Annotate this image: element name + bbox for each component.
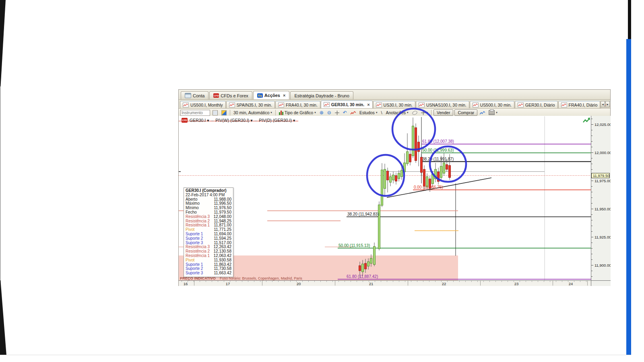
legend-item[interactable]: PIV(W) (GER30.I) ▾ (215, 118, 252, 123)
y-axis-label: 11,950.00 (594, 207, 611, 211)
studies-icon-button[interactable] (349, 109, 357, 116)
module-tab-bar: ContaCFDCFDs e ForexEqAcções×Estratégia … (179, 90, 610, 100)
crosshair-dropdown[interactable]: ▾ (420, 109, 429, 116)
chart-tab-us500-i-30-min-[interactable]: US500.I, 30 min. (470, 101, 514, 108)
legend-item[interactable]: GER30.I ▾ (190, 118, 209, 123)
draw-line-button[interactable]: \ (380, 109, 383, 116)
x-axis-minor-tick (302, 281, 303, 282)
chart-icon (376, 103, 382, 107)
candle (418, 142, 420, 152)
y-axis-tick (591, 237, 593, 237)
studies-dropdown[interactable]: Estudos▾ (358, 109, 378, 116)
y-axis-tick (591, 214, 592, 215)
chart-tab-fra40-i-30-min-[interactable]: FRA40.I, 30 min. (275, 101, 320, 108)
pan-button[interactable] (334, 109, 341, 116)
x-axis-label: 17 (226, 282, 230, 286)
tab-label: FRA40.I, Diário (569, 103, 598, 107)
tab-scroll-left-button[interactable]: ◂ (601, 101, 605, 107)
x-axis-label: 23 (514, 282, 519, 286)
chart-icon (229, 103, 235, 107)
chevron-down-icon: ▾ (427, 111, 428, 114)
tab-label: FRA40.I, 30 min. (286, 103, 318, 107)
time-axis[interactable]: 16172021222324 (179, 280, 610, 286)
candle (407, 152, 409, 164)
chart-tab-us500-i-monthly[interactable]: US500.I, Monthly (180, 101, 226, 108)
y-axis-tick (591, 147, 592, 147)
y-axis-tick (591, 231, 592, 232)
price-axis[interactable]: 11,979.50 12,025.0012,000.0011,975.0011,… (591, 116, 611, 280)
fib-level-label: 61.80 (11,887.42) (347, 274, 378, 279)
candle (370, 258, 372, 263)
x-axis-minor-tick (248, 281, 248, 282)
module-tab-ac-es[interactable]: EqAcções× (253, 91, 290, 99)
chart-type-dropdown[interactable]: Tipo de Gráfico▾ (278, 109, 317, 116)
export-chart-button[interactable] (479, 109, 486, 116)
toolbar-separator (230, 110, 230, 115)
chart-tab-us30-i-30-min-[interactable]: US30.I, 30 min. (373, 101, 415, 108)
zoom-out-button[interactable]: ⊖ (326, 109, 332, 116)
chart-wizard-button[interactable] (220, 109, 228, 116)
chart-legend: CFDGER30.I ▾–PIV(W) (GER30.I) ▾–PIV(D) (… (182, 118, 295, 123)
buy-button[interactable]: Comprar (454, 109, 477, 116)
timeframe-dropdown[interactable]: 30 min, Automático▾ (232, 109, 273, 116)
x-axis-minor-tick (278, 281, 279, 282)
annotations-dropdown[interactable]: Anotações▾ (384, 109, 409, 116)
candle (362, 264, 364, 272)
x-axis-minor-tick (260, 281, 260, 282)
tooltip-rows: Aberto11,988.00Máximo11,996.50Mínimo11,9… (186, 197, 231, 276)
close-icon[interactable]: × (367, 103, 369, 107)
module-tab-cfds-e-forex[interactable]: CFDCFDs e Forex (209, 91, 252, 99)
undo-button[interactable]: ↶ (342, 109, 348, 116)
x-axis-label: 24 (569, 282, 573, 286)
tab-scroll-right-button[interactable]: ▸ (605, 101, 610, 107)
candle (384, 169, 386, 189)
x-axis-minor-tick (574, 281, 574, 282)
chart-tab-fra40-i-di-rio[interactable]: FRA40.I, Diário (558, 101, 601, 108)
x-axis-minor-tick (182, 281, 182, 282)
tab-label: GER30.I, Diário (525, 103, 555, 107)
x-axis-separator (587, 281, 588, 286)
x-axis-separator (194, 281, 194, 286)
x-axis-minor-tick (465, 281, 466, 282)
x-axis-minor-tick (447, 281, 448, 282)
price-chart[interactable]: 61.80 (12,007.38)50.00 (11,999.63)38.20 … (179, 116, 591, 280)
desktop-bottom-line (0, 355, 631, 355)
chart-tab-spain35-i-30-min-[interactable]: SPAIN35.I, 30 min. (226, 101, 275, 108)
eraser-button[interactable] (411, 109, 419, 116)
candle (365, 263, 367, 269)
candle (392, 175, 394, 180)
instrument-list-button[interactable] (211, 109, 219, 116)
sell-button[interactable]: Vender (433, 109, 453, 116)
legend-item[interactable]: PIV(D) (GER30.I) ▾ (259, 118, 295, 123)
tooltip-datetime: 22-Feb-2017 4:00 PM (186, 193, 231, 197)
y-axis-tick (591, 226, 592, 226)
y-axis-tick (591, 186, 592, 187)
print-button[interactable]: ▾ (487, 109, 499, 116)
module-tab-conta[interactable]: Conta (181, 91, 208, 99)
close-icon[interactable]: × (283, 94, 285, 97)
y-axis-tick (591, 119, 592, 119)
y-axis-tick (591, 164, 592, 164)
instrument-input[interactable] (180, 110, 210, 116)
x-axis-minor-tick (200, 281, 200, 282)
chart-icon (324, 102, 330, 107)
x-axis-minor-tick (453, 281, 454, 282)
candle (446, 165, 448, 169)
x-axis-minor-tick (508, 281, 508, 282)
chart-tab-ger30-i-30-min-[interactable]: GER30.I, 30 min.× (321, 101, 373, 108)
chart-tab-usnas100-i-30-min-[interactable]: USNAS100.I, 30 min. (416, 101, 469, 108)
x-axis-minor-tick (459, 281, 460, 282)
x-axis-separator (553, 281, 553, 286)
chart-icon (518, 103, 524, 107)
zoom-in-button[interactable]: ⊕ (318, 109, 325, 116)
module-tab-estrat-gia-daytrade-bruno[interactable]: Estratégia Daytrade - Bruno (290, 91, 353, 99)
x-axis-minor-tick (320, 281, 321, 282)
x-axis-separator (480, 281, 481, 286)
y-axis-tick (591, 181, 593, 181)
chart-tab-ger30-i-di-rio[interactable]: GER30.I, Diário (515, 101, 558, 108)
chart-plot-area[interactable]: 61.80 (12,007.38)50.00 (11,999.63)38.20 … (179, 116, 591, 280)
y-axis-tick (591, 152, 593, 153)
x-axis-minor-tick (266, 281, 266, 282)
tab-label: USNAS100.I, 30 min. (426, 103, 466, 107)
tab-label: US500.I, Monthly (190, 103, 223, 107)
